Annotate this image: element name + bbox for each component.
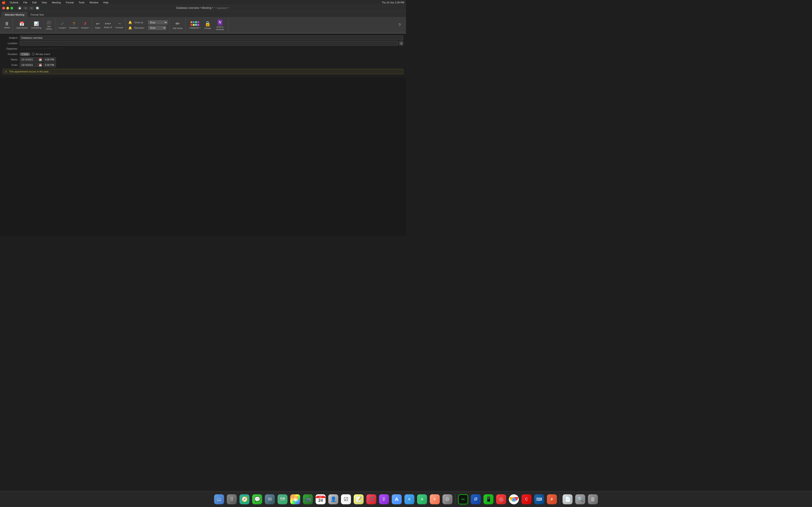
ribbon-group-edit-series: ✏ Edit Series — [170, 18, 186, 33]
location-input[interactable] — [20, 41, 398, 46]
reply-all-button[interactable]: ↩↩ Reply All — [103, 21, 113, 30]
starts-calendar-button[interactable]: 📅 — [38, 57, 42, 62]
location-row: Location: ⊞ — [3, 41, 403, 46]
reminder-icon: 🔔 — [128, 26, 132, 30]
ends-label: Ends: — [3, 64, 20, 66]
menu-tools[interactable]: Tools — [78, 1, 86, 4]
decline-split: ✗ Decline ▾ — [81, 21, 90, 30]
subject-row: Subject: — [3, 35, 403, 40]
allday-text: All-day event — [36, 53, 50, 55]
allday-checkbox[interactable] — [32, 53, 35, 55]
window-close-button[interactable] — [2, 7, 5, 9]
join-online-label: Join Online — [45, 25, 53, 30]
location-label: Location: — [3, 42, 20, 45]
duration-pill[interactable]: 1 hour — [20, 53, 30, 56]
tentative-button[interactable]: ? Tentative ▾ — [68, 21, 80, 30]
private-icon: 🔒 — [205, 21, 211, 27]
window-title: Database overview • Meeting • ~~signatur… — [176, 6, 230, 10]
accept-icon: ✓ — [61, 21, 64, 26]
join-online-button[interactable]: 🎥 Join Online — [44, 19, 54, 31]
save-button[interactable]: 💾 — [17, 6, 22, 10]
reply-icon: ↩ — [96, 21, 99, 26]
menu-outlook[interactable]: Outlook — [9, 1, 19, 4]
edit-series-button[interactable]: ✏ Edit Series — [171, 20, 184, 30]
private-button[interactable]: 🔒 Private — [203, 20, 212, 30]
redo-button[interactable]: ↪ — [29, 6, 34, 10]
ends-time-input[interactable] — [43, 63, 56, 67]
cat-cyan — [195, 24, 197, 26]
ribbon-group-show: 🔔 Show as: Busy Free Tentative Out of Of… — [126, 18, 170, 33]
menu-help[interactable]: Help — [102, 1, 109, 4]
ends-row: Ends: 📅 — [3, 62, 403, 67]
tab-attendee-meeting[interactable]: Attendee Meeting — [2, 12, 27, 17]
join-online-icon: 🎥 — [46, 20, 51, 25]
category-colors-2 — [191, 24, 199, 26]
starts-time-input[interactable] — [43, 57, 56, 62]
private-label: Private — [205, 27, 211, 30]
delete-label: Delete — [4, 26, 10, 29]
decline-icon: ✗ — [84, 21, 87, 26]
content-area — [0, 77, 406, 236]
menu-edit[interactable]: Edit — [32, 1, 38, 4]
warning-text: This appointment occurs in the past. — [9, 70, 49, 73]
undo-button[interactable]: ↩ — [23, 6, 28, 10]
ribbon-right: ? — [397, 22, 405, 28]
accept-label: Accept ▾ — [59, 27, 66, 29]
warning-icon: ⚠ — [5, 70, 7, 73]
starts-label: Starts: — [3, 58, 20, 61]
tentative-icon: ? — [73, 21, 75, 26]
menubar-datetime: Thu 24 Jun 2:39 PM — [382, 1, 404, 4]
subject-input[interactable] — [20, 36, 403, 40]
ends-date-input[interactable] — [20, 63, 38, 67]
window-minimize-button[interactable] — [6, 7, 9, 9]
menu-window[interactable]: Window — [89, 1, 99, 4]
location-expand-button[interactable]: ⊞ — [399, 41, 403, 46]
appointment-button[interactable]: 📅 Appointment — [15, 20, 29, 30]
decline-button[interactable]: ✗ Decline ▾ — [81, 21, 90, 30]
apple-menu[interactable]: 🍎 — [2, 1, 6, 4]
help-button[interactable]: ? — [397, 22, 402, 28]
scheduling-icon: 📊 — [34, 21, 39, 26]
show-as-icon: 🔔 — [128, 20, 132, 24]
forward-button[interactable]: → Forward — [114, 20, 124, 30]
decline-label: Decline ▾ — [81, 27, 90, 29]
menu-view[interactable]: View — [41, 1, 48, 4]
reminder-label: Reminder: — [134, 27, 147, 29]
starts-date-input[interactable] — [20, 57, 38, 62]
tentative-split: ? Tentative ▾ — [68, 21, 80, 30]
reply-all-icon: ↩↩ — [105, 21, 111, 26]
scheduling-button[interactable]: 📊 Scheduling — [30, 20, 43, 30]
organiser-label: Organiser: — [3, 47, 20, 50]
menu-file[interactable]: File — [22, 1, 28, 4]
send-to-onenote-button[interactable]: N Send to OneNote — [214, 18, 226, 32]
delete-icon: 🗑 — [5, 21, 9, 26]
menu-meeting[interactable]: Meeting — [51, 1, 62, 4]
starts-row: Starts: 📅 — [3, 57, 403, 62]
delete-button[interactable]: 🗑 Delete — [3, 20, 11, 30]
show-as-select[interactable]: Busy Free Tentative Out of Office — [148, 20, 168, 24]
reminder-select[interactable]: None 5 minutes 15 minutes 1 hour — [148, 26, 166, 30]
cat-blue — [193, 21, 195, 23]
ends-calendar-button[interactable]: 📅 — [38, 63, 42, 67]
cat-pink — [197, 24, 199, 26]
allday-label[interactable]: All-day event — [32, 53, 50, 55]
send-to-onenote-label: Send to OneNote — [215, 26, 225, 31]
menu-format[interactable]: Format — [65, 1, 74, 4]
accept-button[interactable]: ✓ Accept ▾ — [58, 21, 67, 30]
accept-split: ✓ Accept ▾ — [58, 21, 67, 30]
ribbon-tab-bar: Attendee Meeting Format Text — [0, 11, 406, 17]
appointment-icon: 📅 — [19, 21, 24, 26]
reply-button[interactable]: ↩ Reply — [94, 20, 102, 30]
categorise-button[interactable]: Categorise ▾ — [188, 20, 202, 30]
show-as-label: Show as: — [134, 21, 147, 24]
sync-button[interactable]: 🔄 — [35, 6, 40, 10]
cat-green — [195, 21, 197, 23]
ribbon-group-response: ✓ Accept ▾ ? Tentative ▾ ✗ Decline — [56, 18, 92, 33]
edit-series-label: Edit Series — [173, 27, 183, 30]
window-maximize-button[interactable] — [10, 7, 13, 9]
titlebar: 💾 ↩ ↪ 🔄 Database overview • Meeting • ~~… — [0, 5, 406, 11]
ribbon-group-delete: 🗑 Delete — [1, 18, 13, 33]
tab-format-text[interactable]: Format Text — [28, 12, 47, 17]
category-colors — [191, 21, 199, 23]
forward-label: Forward — [115, 26, 123, 29]
